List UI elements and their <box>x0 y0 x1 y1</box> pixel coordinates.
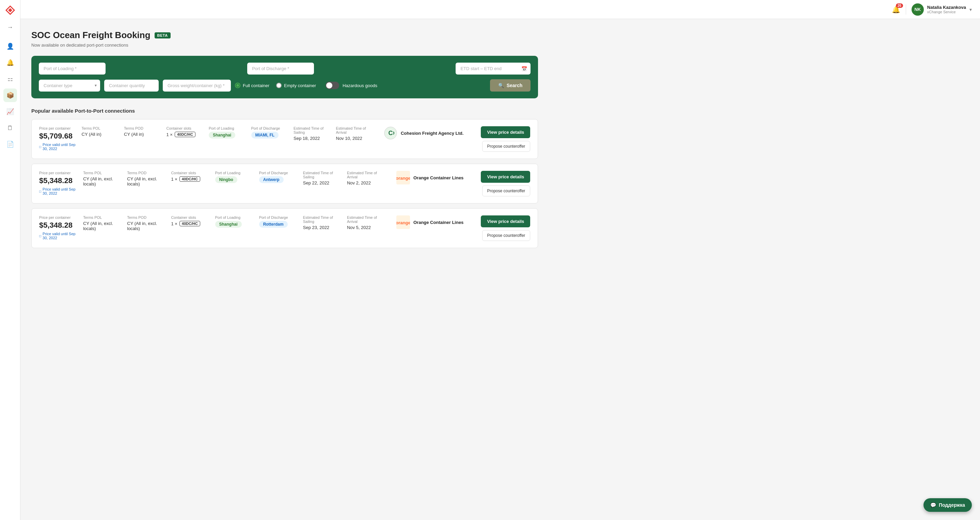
valid-date-1[interactable]: □ Price valid until Sep 30, 2022 <box>39 187 78 195</box>
svg-text:orange: orange <box>396 176 410 181</box>
card-terms-pod-col-0: Terms POD CY (All in) <box>124 126 167 137</box>
view-price-button-0[interactable]: View price details <box>481 126 530 138</box>
card-eta-col-1: Estimated Time of Arrival Nov 2, 2022 <box>347 171 391 185</box>
card-slots-col-2: Container slots 1 × 40DC/HC <box>171 216 215 226</box>
carrier-logo-1: orange <box>396 171 410 184</box>
slots-value-1: 1 × 40DC/HC <box>171 176 209 182</box>
container-qty-input[interactable] <box>104 79 159 92</box>
support-button[interactable]: 💬 Поддержка <box>923 498 972 512</box>
terms-pod-label-0: Terms POD <box>124 126 161 130</box>
pol-badge-0: Shanghai <box>209 132 235 138</box>
slots-label-1: Container slots <box>171 171 209 175</box>
pod-col-label-2: Port of Discharge <box>259 216 298 219</box>
support-icon: 💬 <box>930 502 936 508</box>
notification-bell[interactable]: 🔔 26 <box>892 5 900 14</box>
view-price-button-2[interactable]: View price details <box>481 216 530 227</box>
card-info-grid-1: Price per container $5,348.28 □ Price va… <box>39 171 391 195</box>
terms-pod-1: CY (All in, excl. locals) <box>127 176 165 187</box>
valid-text-2: Price valid until Sep 30, 2022 <box>43 232 78 240</box>
sidebar: → 👤 🔔 ⚏ 📦 📈 🗒 📄 <box>0 0 21 520</box>
terms-pod-0: CY (All in) <box>124 132 161 137</box>
pod-col-label-0: Port of Discharge <box>251 126 288 130</box>
card-price-col-0: Price per container $5,709.68 □ Price va… <box>39 126 82 151</box>
container-type-wrapper: Container type 20DC 40DC 40HC 45HC <box>39 79 100 92</box>
etd-wrapper: 📅 <box>456 63 531 75</box>
card-pol-col-0: Port of Loading Shanghai <box>209 126 251 138</box>
carrier-name-0: Cohesion Freight Agency Ltd. <box>401 131 463 136</box>
slot-badge-2: 40DC/HC <box>180 221 200 226</box>
valid-icon-0: □ <box>39 145 41 149</box>
gross-weight-input[interactable] <box>163 79 231 92</box>
popular-connections-title: Popular available Port-to-Port connectio… <box>31 108 538 114</box>
carrier-name-2: Orange Container Lines <box>414 220 463 225</box>
eta-value-1: Nov 2, 2022 <box>347 181 385 185</box>
page-title-text: SOC Ocean Freight Booking <box>31 30 151 41</box>
hazardous-toggle[interactable] <box>326 82 339 89</box>
card-actions-0: View price details Propose counteroffer <box>469 126 530 152</box>
counteroffer-button-0[interactable]: Propose counteroffer <box>482 141 531 152</box>
eta-label-1: Estimated Time of Arrival <box>347 171 385 179</box>
pol-badge-2: Shanghai <box>215 221 242 228</box>
sidebar-item-analytics[interactable]: 📈 <box>3 105 17 119</box>
card-terms-pol-col-1: Terms POL CY (All in, excl. locals) <box>83 171 127 187</box>
sidebar-item-users[interactable]: 👤 <box>3 40 17 53</box>
sidebar-item-reports[interactable]: 🗒 <box>3 121 17 135</box>
card-terms-pol-col-2: Terms POL CY (All in, excl. locals) <box>83 216 127 231</box>
hazardous-group: Hazardous goods <box>326 82 377 89</box>
terms-pol-label-1: Terms POL <box>83 171 122 175</box>
valid-date-2[interactable]: □ Price valid until Sep 30, 2022 <box>39 232 78 240</box>
sidebar-item-freight[interactable]: 📦 <box>3 89 17 102</box>
ets-value-1: Sep 22, 2022 <box>303 181 342 185</box>
counteroffer-button-2[interactable]: Propose counteroffer <box>482 230 531 241</box>
beta-badge: BETA <box>154 32 170 38</box>
eta-value-0: Nov 10, 2022 <box>336 136 373 141</box>
pol-wrapper <box>39 63 243 75</box>
valid-icon-1: □ <box>39 190 41 193</box>
eta-value-2: Nov 5, 2022 <box>347 225 385 230</box>
slots-value-0: 1 × 40DC/HC <box>167 132 204 137</box>
counteroffer-button-1[interactable]: Propose counteroffer <box>482 185 531 197</box>
slot-badge-0: 40DC/HC <box>175 132 196 137</box>
card-terms-pod-col-1: Terms POD CY (All in, excl. locals) <box>127 171 171 187</box>
pod-input[interactable] <box>247 63 314 75</box>
card-actions-1: View price details Propose counteroffer <box>469 171 530 197</box>
terms-pol-1: CY (All in, excl. locals) <box>83 176 122 187</box>
search-row-2: Container type 20DC 40DC 40HC 45HC <box>39 79 531 92</box>
result-card-1: Price per container $5,348.28 □ Price va… <box>31 164 538 203</box>
pod-col-label-1: Port of Discharge <box>259 171 298 175</box>
card-eta-col-0: Estimated Time of Arrival Nov 10, 2022 <box>336 126 379 141</box>
card-pod-col-0: Port of Discharge MIAMI, FL <box>251 126 294 138</box>
ets-value-2: Sep 23, 2022 <box>303 225 342 230</box>
container-type-select[interactable]: Container type 20DC 40DC 40HC 45HC <box>39 79 100 92</box>
card-pol-col-2: Port of Loading Shanghai <box>215 216 259 228</box>
user-menu-chevron: ▾ <box>969 7 972 12</box>
svg-text:C: C <box>388 130 393 136</box>
user-menu[interactable]: NK Natalia Kazankova xChange Service ▾ <box>912 3 972 16</box>
valid-date-0[interactable]: □ Price valid until Sep 30, 2022 <box>39 143 76 151</box>
notification-badge: 26 <box>896 3 903 8</box>
terms-pod-label-2: Terms POD <box>127 216 165 219</box>
card-terms-pod-col-2: Terms POD CY (All in, excl. locals) <box>127 216 171 231</box>
sidebar-collapse-button[interactable]: → <box>5 22 16 33</box>
empty-container-radio[interactable]: Empty container <box>276 83 316 88</box>
search-panel: 📅 Container type 20DC 40DC 40HC 45HC <box>31 56 538 98</box>
card-ets-col-1: Estimated Time of Sailing Sep 22, 2022 <box>303 171 347 185</box>
sidebar-item-alerts[interactable]: 🔔 <box>3 56 17 70</box>
sidebar-item-documents[interactable]: 📄 <box>3 138 17 151</box>
logo[interactable] <box>4 4 16 16</box>
support-label: Поддержка <box>939 502 965 508</box>
pol-input[interactable] <box>39 63 105 75</box>
etd-input[interactable] <box>456 63 531 75</box>
full-container-radio[interactable]: Full container <box>235 83 269 88</box>
pol-col-label-0: Port of Loading <box>209 126 246 130</box>
card-carrier-1: orange Orange Container Lines <box>391 171 469 184</box>
card-carrier-2: orange Orange Container Lines <box>391 216 469 229</box>
valid-text-0: Price valid until Sep 30, 2022 <box>43 143 76 151</box>
search-button[interactable]: 🔍 Search <box>490 79 531 92</box>
valid-icon-2: □ <box>39 234 41 238</box>
search-btn-label: Search <box>507 83 523 88</box>
view-price-button-1[interactable]: View price details <box>481 171 530 183</box>
sidebar-item-dashboard[interactable]: ⚏ <box>3 72 17 86</box>
card-pod-col-1: Port of Discharge Antwerp <box>259 171 303 183</box>
full-container-label: Full container <box>243 83 269 88</box>
